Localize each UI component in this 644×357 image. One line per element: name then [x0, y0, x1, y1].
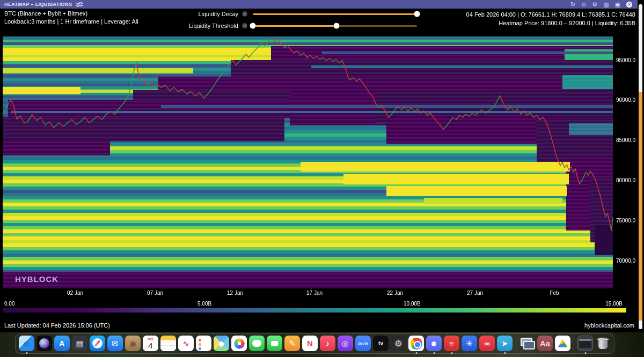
liquidity-decay-slider[interactable] [253, 13, 417, 15]
dock-system-settings-icon[interactable]: ⚙ [390, 335, 407, 352]
dock: ☺A▦✉◉FEB4∿◆✎N♪◎zoomtv⚙☻≡✳∞➤Aa [15, 333, 614, 354]
export-icon[interactable]: ▣ [615, 2, 620, 8]
y-tick: 75000.0 [616, 218, 635, 224]
y-tick: 80000.0 [616, 177, 635, 183]
heatmap-readout: Heatmap Price: 91800.0 – 92000.0 | Liqui… [466, 19, 635, 27]
right-scrollbar-thumb[interactable] [639, 4, 642, 92]
dock-chrome-icon[interactable] [408, 335, 425, 352]
colorbar-tick: 0.00 [4, 301, 14, 307]
refresh-icon[interactable]: ↻ [570, 2, 575, 8]
dock-dictionary-icon[interactable]: Aa [537, 335, 553, 352]
liquidity-threshold-label: Liquidity Threshold [180, 23, 238, 29]
tune-icon[interactable] [76, 0, 83, 9]
heatmap-canvas[interactable] [0, 0, 644, 322]
x-tick: 22 Jan [387, 290, 403, 296]
dock-music-icon[interactable]: ♪ [319, 335, 336, 352]
y-tick: 70000.0 [616, 258, 635, 264]
x-tick: 12 Jan [227, 290, 243, 296]
dock-pages-icon[interactable]: ✎ [284, 335, 301, 352]
x-tick: 17 Jan [306, 290, 323, 296]
dock-photos-icon[interactable] [231, 335, 247, 352]
x-tick: 07 Jan [147, 290, 163, 296]
window-header: HEATMAP – LIQUIDATIONS ↻⊙⚙▥▣✕ [0, 0, 638, 9]
site-label: hyblockcapital.com [584, 322, 634, 329]
dock-separator [516, 336, 516, 351]
ohlc-readout: 04 Feb 2026 04:00 | O: 76661.1 H: 76809.… [466, 10, 635, 19]
y-tick: 90000.0 [616, 97, 635, 103]
dock-mail-icon[interactable]: ✉ [107, 335, 123, 352]
price-readout: 04 Feb 2026 04:00 | O: 76661.1 H: 76809.… [466, 10, 635, 27]
settings-label: Lookback:3 months | 1 Hr timeframe | Lev… [4, 18, 138, 26]
dock-minimized-window-icon[interactable] [577, 335, 594, 352]
screenshot-icon[interactable]: ⊙ [581, 2, 586, 8]
dock-expressvpn-icon[interactable]: ≡ [443, 335, 460, 352]
dock-trash-icon[interactable] [595, 335, 611, 352]
dock-siri-icon[interactable] [36, 335, 53, 352]
dock-facetime-icon[interactable] [266, 335, 283, 352]
symbol-label: BTC (Binance + Bybit + Bitmex) [4, 10, 138, 18]
dock-separator [574, 336, 574, 351]
dock-apple-tv-icon[interactable]: tv [372, 335, 389, 352]
dock-google-drive-icon[interactable] [554, 335, 571, 352]
dock-finder-icon[interactable]: ☺ [18, 335, 35, 352]
chart-info: BTC (Binance + Bybit + Bitmex) Lookback:… [4, 10, 138, 26]
liquidity-decay-handle[interactable] [414, 11, 420, 17]
dock-discord-icon[interactable]: ☻ [426, 335, 442, 352]
dock-reminders-icon[interactable] [195, 335, 212, 352]
dock-freeform-icon[interactable]: ∿ [178, 335, 194, 352]
liquidity-threshold-handle-low[interactable] [250, 23, 256, 29]
liquidity-decay-row: Liquidity Decay ? [180, 11, 417, 17]
running-indicator [433, 352, 435, 354]
dock-telegram-icon[interactable]: ➤ [496, 335, 513, 352]
settings-icon[interactable]: ⚙ [592, 2, 597, 8]
colorbar-tick: 10.00B [404, 301, 421, 307]
dock-notes-icon[interactable] [160, 335, 177, 352]
screen: HEATMAP – LIQUIDATIONS ↻⊙⚙▥▣✕ BTC (Binan… [0, 0, 644, 357]
liquidity-threshold-slider[interactable] [253, 25, 417, 27]
save-icon[interactable]: ▥ [603, 2, 609, 8]
y-tick: 85000.0 [616, 137, 635, 143]
dock-contacts-icon[interactable]: ◉ [125, 335, 141, 352]
x-tick: 27 Jan [467, 290, 483, 296]
x-tick: Feb [550, 290, 559, 296]
liquidity-decay-label: Liquidity Decay [180, 11, 238, 17]
last-updated-label: Last Updated: 04 Feb 2026 15:06 (UTC) [4, 322, 110, 329]
liquidity-threshold-row: Liquidity Threshold ? [180, 23, 417, 29]
running-indicator [451, 352, 452, 354]
dock-calendar-icon[interactable]: FEB4 [142, 335, 159, 352]
dock-launchpad-icon[interactable]: ▦ [71, 335, 88, 352]
hyblock-watermark: HYBLOCK [15, 274, 58, 284]
dock-screenshots-stack-icon[interactable] [519, 335, 536, 352]
running-indicator [584, 352, 586, 354]
heatmap-app-window: HEATMAP – LIQUIDATIONS ↻⊙⚙▥▣✕ BTC (Binan… [0, 0, 644, 332]
right-scrollbar-end[interactable] [639, 321, 642, 329]
help-icon[interactable]: ? [242, 11, 247, 17]
liquidity-threshold-handle-high[interactable] [334, 23, 340, 29]
y-tick: 95000.0 [616, 57, 635, 63]
dock-maps-icon[interactable]: ◆ [213, 335, 230, 352]
close-icon[interactable]: ✕ [626, 2, 632, 8]
colorbar-tick: 15.00B [605, 301, 623, 307]
dock-red-swirl-app-icon[interactable]: ∞ [479, 335, 495, 352]
running-indicator [415, 352, 417, 354]
x-tick: 02 Jan [67, 290, 83, 296]
dock-news-icon[interactable]: N [302, 335, 318, 352]
dock-zoom-icon[interactable]: zoom [355, 335, 371, 352]
dock-messages-icon[interactable] [248, 335, 265, 352]
right-scrollbar-track[interactable] [639, 92, 642, 321]
colorbar-tick: 5.00B [197, 301, 211, 307]
help-icon[interactable]: ? [242, 23, 247, 28]
running-indicator [26, 352, 27, 354]
dock-podcasts-icon[interactable]: ◎ [337, 335, 354, 352]
running-indicator [504, 352, 506, 354]
colorbar-gradient [3, 308, 626, 313]
dock-snowflake-app-icon[interactable]: ✳ [461, 335, 478, 352]
dock-safari-icon[interactable] [89, 335, 106, 352]
dock-app-store-icon[interactable]: A [54, 335, 70, 352]
page-title: HEATMAP – LIQUIDATIONS [4, 2, 72, 7]
